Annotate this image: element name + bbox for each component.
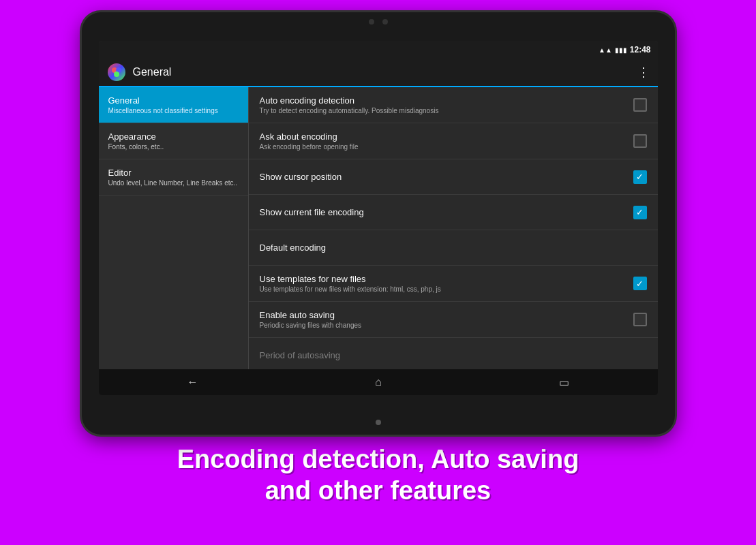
setting-title-templates: Use templates for new files [260, 274, 633, 284]
promo-line1: Encoding detection, Auto saving [177, 444, 579, 476]
promo-text-block: Encoding detection, Auto saving and othe… [177, 444, 579, 506]
setting-title-ask-encoding: Ask about encoding [260, 131, 633, 142]
nav-item-editor[interactable]: Editor Undo level, Line Number, Line Bre… [99, 159, 248, 196]
setting-text-auto-encoding: Auto encoding detection Try to detect en… [260, 95, 633, 114]
content-area: General Miscellaneous not classified set… [99, 87, 658, 369]
settings-panel: Auto encoding detection Try to detect en… [249, 87, 658, 369]
title-bar: General ⋮ [99, 59, 658, 87]
bottom-nav: ← ⌂ ▭ [99, 369, 658, 395]
tablet-shell: ▲▲ ▮▮▮ 12:48 General ⋮ [82, 12, 675, 435]
setting-row-templates[interactable]: Use templates for new files Use template… [249, 266, 658, 302]
back-button[interactable]: ← [187, 376, 198, 388]
checkbox-show-cursor[interactable]: ✓ [633, 170, 647, 184]
nav-item-subtitle-general: Miscellaneous not classified settings [108, 107, 239, 114]
setting-row-default-encoding[interactable]: Default encoding [249, 230, 658, 266]
nav-item-subtitle-editor: Undo level, Line Number, Line Breaks etc… [108, 179, 239, 187]
setting-subtitle-templates: Use templates for new files with extensi… [260, 285, 633, 293]
nav-item-title-general: General [108, 95, 239, 106]
setting-row-show-file-encoding[interactable]: Show current file encoding ✓ [249, 195, 658, 230]
setting-subtitle-auto-encoding: Try to detect encoding automatically. Po… [260, 107, 633, 114]
setting-text-show-file-encoding: Show current file encoding [260, 207, 633, 217]
checkmark-templates: ✓ [636, 279, 644, 288]
nav-item-appearance[interactable]: Appearance Fonts, colors, etc.. [99, 123, 248, 159]
setting-subtitle-ask-encoding: Ask encoding before opening file [260, 143, 633, 151]
setting-title-auto-encoding: Auto encoding detection [260, 95, 633, 106]
setting-row-period-autosaving: Period of autosaving [249, 338, 658, 369]
nav-item-general[interactable]: General Miscellaneous not classified set… [99, 87, 248, 123]
tablet-screen: ▲▲ ▮▮▮ 12:48 General ⋮ [99, 41, 658, 395]
checkbox-auto-saving[interactable] [633, 313, 647, 326]
nav-item-title-editor: Editor [108, 168, 239, 178]
setting-title-show-cursor: Show cursor position [260, 172, 633, 182]
camera-dot-left [369, 19, 374, 25]
page-title: General [133, 66, 637, 78]
setting-text-ask-encoding: Ask about encoding Ask encoding before o… [260, 131, 633, 151]
home-button[interactable]: ⌂ [375, 376, 382, 388]
battery-icon: ▮▮▮ [615, 46, 627, 54]
setting-text-show-cursor: Show cursor position [260, 172, 633, 182]
setting-row-show-cursor[interactable]: Show cursor position ✓ [249, 159, 658, 195]
setting-title-show-file-encoding: Show current file encoding [260, 207, 633, 217]
home-dot [376, 420, 381, 425]
checkbox-auto-encoding[interactable] [633, 98, 647, 112]
setting-text-period-autosaving: Period of autosaving [260, 350, 647, 360]
camera-dot-right [382, 19, 388, 25]
checkbox-show-file-encoding[interactable]: ✓ [633, 206, 647, 219]
recent-button[interactable]: ▭ [559, 376, 569, 389]
nav-item-subtitle-appearance: Fonts, colors, etc.. [108, 143, 239, 151]
checkmark-show-cursor: ✓ [636, 172, 644, 181]
camera-area [369, 19, 388, 25]
logo-circle [108, 63, 125, 81]
setting-title-period-autosaving: Period of autosaving [260, 350, 647, 360]
setting-title-auto-saving: Enable auto saving [260, 310, 633, 320]
setting-text-templates: Use templates for new files Use template… [260, 274, 633, 293]
status-time: 12:48 [630, 45, 651, 54]
setting-row-auto-encoding[interactable]: Auto encoding detection Try to detect en… [249, 87, 658, 123]
checkbox-ask-encoding[interactable] [633, 134, 647, 148]
status-bar: ▲▲ ▮▮▮ 12:48 [99, 41, 658, 59]
setting-text-default-encoding: Default encoding [260, 243, 647, 253]
promo-line2: and other features [177, 476, 579, 507]
app-logo [107, 63, 126, 82]
setting-row-auto-saving[interactable]: Enable auto saving Periodic saving files… [249, 302, 658, 338]
nav-item-title-appearance: Appearance [108, 131, 239, 142]
status-icons: ▲▲ ▮▮▮ 12:48 [599, 45, 651, 54]
svg-point-2 [114, 72, 119, 77]
checkbox-templates[interactable]: ✓ [633, 277, 647, 290]
wifi-icon: ▲▲ [599, 46, 612, 54]
checkmark-show-file-encoding: ✓ [636, 208, 644, 217]
left-nav: General Miscellaneous not classified set… [99, 87, 249, 369]
setting-row-ask-encoding[interactable]: Ask about encoding Ask encoding before o… [249, 123, 658, 159]
setting-title-default-encoding: Default encoding [260, 243, 647, 253]
more-icon[interactable]: ⋮ [637, 65, 650, 80]
setting-subtitle-auto-saving: Periodic saving files with changes [260, 322, 633, 329]
setting-text-auto-saving: Enable auto saving Periodic saving files… [260, 310, 633, 329]
